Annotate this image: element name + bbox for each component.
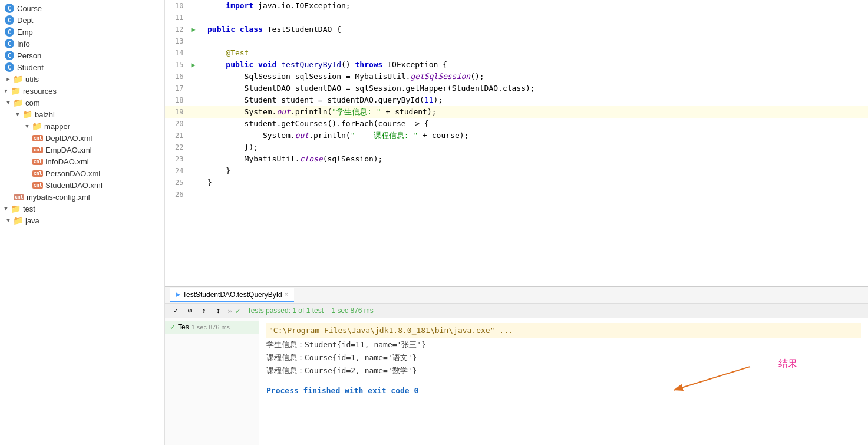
- folder-icon-java: 📁: [13, 216, 23, 225]
- sidebar-label-mapper: mapper: [44, 122, 70, 131]
- passed-text: Tests passed: 1 of 1 test – 1 sec 876 ms: [247, 306, 374, 315]
- console-output-1: 学生信息：Student{id=11, name='张三'}: [266, 338, 861, 351]
- string-course-info: " 课程信息: ": [351, 131, 418, 140]
- console-output-3: 课程信息：Course{id=2, name='数学'}: [266, 364, 861, 377]
- chevron-down-icon-resources: ▼: [2, 87, 9, 94]
- code-line-22: 22 });: [165, 141, 868, 153]
- sidebar-item-person[interactable]: C Person: [0, 50, 164, 61]
- run-icon-12[interactable]: ▶: [192, 25, 196, 34]
- string-student-info: "学生信息: ": [332, 107, 381, 116]
- code-line-19: 19 System.out.println("学生信息: " + student…: [165, 106, 868, 118]
- test-content-area: ✓ Tes 1 sec 876 ms "C:\Program Files\Jav…: [165, 318, 868, 445]
- toolbar-sort-asc-button[interactable]: ↕: [198, 305, 210, 317]
- line-gutter-18: [189, 94, 203, 106]
- test-run-icon: ▶: [176, 291, 180, 298]
- xml-icon-empdao: xml: [33, 145, 42, 154]
- line-number-17: 17: [165, 83, 189, 94]
- code-line-15: 15 ▶ public void testQueryById() throws …: [165, 59, 868, 71]
- class-icon-info: C: [5, 39, 14, 48]
- console-cmd-text: "C:\Program Files\Java\jdk1.8.0_181\bin\…: [266, 323, 861, 338]
- test-result-tab[interactable]: ▶ TestStudentDAO.testQueryById ×: [170, 288, 294, 302]
- sidebar-item-deptdao-xml[interactable]: xml DeptDAO.xml: [0, 132, 164, 144]
- sidebar-item-resources[interactable]: ▼ 📁 resources: [0, 85, 164, 97]
- line-code-20: student.getCourses().forEach(course -> {: [203, 118, 868, 130]
- static-close: close: [300, 154, 323, 163]
- toolbar-separator: »: [227, 306, 232, 315]
- sidebar-item-studentdao-xml[interactable]: xml StudentDAO.xml: [0, 179, 164, 191]
- keyword-class: class: [240, 25, 263, 34]
- toolbar-check-button[interactable]: ✓: [170, 305, 181, 317]
- code-line-14: 14 @Test: [165, 47, 868, 59]
- line-number-20: 20: [165, 118, 189, 130]
- sidebar-item-empdao-xml[interactable]: xml EmpDAO.xml: [0, 144, 164, 156]
- sidebar-item-persondao-xml[interactable]: xml PersonDAO.xml: [0, 167, 164, 179]
- sidebar-label-persondao-xml: PersonDAO.xml: [45, 169, 100, 178]
- svg-line-1: [674, 367, 750, 390]
- chevron-right-icon: ▶: [5, 75, 12, 83]
- class-icon-student: C: [5, 62, 14, 72]
- code-line-16: 16 SqlSession sqlSession = MybatisUtil.g…: [165, 71, 868, 83]
- line-number-18: 18: [165, 94, 189, 106]
- sidebar-item-utils[interactable]: ▶ 📁 utils: [0, 73, 164, 85]
- sidebar-label-info: Info: [17, 39, 30, 48]
- code-line-21: 21 System.out.println(" 课程信息: " + course…: [165, 130, 868, 141]
- line-gutter-21: [189, 130, 203, 141]
- toolbar-stop-button[interactable]: ⊘: [184, 305, 196, 317]
- folder-icon-test: 📁: [11, 204, 21, 213]
- line-number-19: 19: [165, 106, 189, 118]
- test-result-item[interactable]: ✓ Tes 1 sec 876 ms: [165, 321, 259, 334]
- code-line-10: 10 import java.io.IOException;: [165, 0, 868, 12]
- folder-icon-mapper: 📁: [32, 121, 42, 131]
- line-code-22: });: [203, 141, 868, 153]
- toolbar-sort-desc-button[interactable]: ↧: [212, 305, 224, 317]
- line-number-26: 26: [165, 189, 189, 200]
- line-code-10: import java.io.IOException;: [203, 0, 868, 12]
- sidebar-item-student[interactable]: C Student: [0, 61, 164, 73]
- sidebar-item-com[interactable]: ▼ 📁 com: [0, 97, 164, 108]
- line-code-25: }: [203, 177, 868, 189]
- test-pass-icon: ✓: [170, 323, 176, 331]
- code-table: 10 import java.io.IOException; 11 12 ▶ p…: [165, 0, 868, 200]
- sidebar-item-course[interactable]: C Course: [0, 2, 164, 14]
- sidebar-item-test[interactable]: ▼ 📁 test: [0, 203, 164, 215]
- annotation-container: 结果: [668, 361, 762, 398]
- test-item-label: Tes: [178, 323, 189, 331]
- sidebar-item-dept[interactable]: C Dept: [0, 14, 164, 26]
- chevron-down-icon-java: ▼: [5, 217, 12, 224]
- keyword-import: import: [226, 1, 253, 10]
- file-tree-sidebar: C Course C Dept C Emp C Info C Person C …: [0, 0, 165, 445]
- folder-icon-baizhi: 📁: [22, 110, 32, 119]
- line-code-21: System.out.println(" 课程信息: " + course);: [203, 130, 868, 141]
- line-number-24: 24: [165, 165, 189, 177]
- code-line-23: 23 MybatisUtil.close(sqlSession);: [165, 153, 868, 165]
- sidebar-item-mybatis-config[interactable]: xml mybatis-config.xml: [0, 191, 164, 203]
- code-container[interactable]: 10 import java.io.IOException; 11 12 ▶ p…: [165, 0, 868, 286]
- console-student-info: 学生信息：Student{id=11, name='张三'}: [266, 340, 426, 349]
- sidebar-label-com: com: [25, 98, 40, 107]
- arrow-svg: [668, 361, 762, 396]
- line-gutter-25: [189, 177, 203, 189]
- sidebar-item-baizhi[interactable]: ▼ 📁 baizhi: [0, 108, 164, 120]
- line-code-26: [203, 189, 868, 200]
- line-code-12: public class TestStudentDAO {: [203, 24, 868, 35]
- editor-area: 10 import java.io.IOException; 11 12 ▶ p…: [165, 0, 868, 445]
- line-number-11: 11: [165, 12, 189, 24]
- test-toolbar: ✓ ⊘ ↕ ↧ » ✓ Tests passed: 1 of 1 test – …: [165, 304, 868, 318]
- sidebar-item-info[interactable]: C Info: [0, 38, 164, 50]
- line-number-23: 23: [165, 153, 189, 165]
- code-line-18: 18 Student student = studentDAO.queryByI…: [165, 94, 868, 106]
- tab-close-button[interactable]: ×: [285, 291, 288, 298]
- sidebar-item-java[interactable]: ▼ 📁 java: [0, 215, 164, 226]
- code-line-12: 12 ▶ public class TestStudentDAO {: [165, 24, 868, 35]
- number-11: 11: [424, 95, 434, 104]
- sidebar-item-mapper[interactable]: ▼ 📁 mapper: [0, 120, 164, 132]
- keyword-public-15: public: [226, 60, 253, 69]
- sidebar-label-emp: Emp: [17, 28, 33, 37]
- sidebar-item-emp[interactable]: C Emp: [0, 26, 164, 38]
- run-icon-15[interactable]: ▶: [192, 61, 196, 69]
- bottom-tab-bar: ▶ TestStudentDAO.testQueryById ×: [165, 287, 868, 304]
- code-line-24: 24 }: [165, 165, 868, 177]
- line-code-19: System.out.println("学生信息: " + student);: [203, 106, 868, 118]
- sidebar-item-infodao-xml[interactable]: xml InfoDAO.xml: [0, 156, 164, 167]
- keyword-public-12: public: [207, 25, 235, 34]
